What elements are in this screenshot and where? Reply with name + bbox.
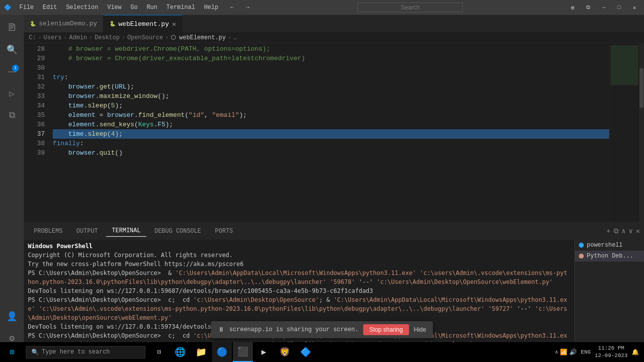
code-line-33: browser.maximize_window(); <box>53 91 609 101</box>
start-button[interactable]: ⊞ <box>0 342 24 362</box>
breadcrumb-admin[interactable]: Admin <box>69 34 87 41</box>
code-content[interactable]: # browser = webdriver.Chrome(PATH, optio… <box>49 43 609 222</box>
taskbar-tray: ∧ 📶 🔊 <box>555 349 577 356</box>
tab-icon-webelement: 🐍 <box>109 21 115 27</box>
activity-bar-bottom: 👤 ⚙ <box>3 307 21 347</box>
accounts-icon: 👤 <box>6 311 17 322</box>
menu-edit[interactable]: Edit <box>39 3 61 12</box>
nav-back[interactable]: ← <box>226 3 238 12</box>
line-num-38: 38 <box>24 139 45 148</box>
panel-tab-debug-console[interactable]: DEBUG CONSOLE <box>148 226 207 237</box>
sidebar-item-source-control[interactable]: ⸻ 1 <box>3 63 21 81</box>
sidebar-item-explorer[interactable]: 🖹 <box>3 19 21 37</box>
volume-icon[interactable]: 🔊 <box>569 349 577 356</box>
tab-close-webelement[interactable]: ✕ <box>172 20 176 28</box>
blue-app-icon: 🔷 <box>300 347 311 358</box>
taskbar-search-box[interactable]: 🔍 Type here to search <box>26 346 145 359</box>
taskbar-app-brave[interactable]: 🦁 <box>275 342 295 362</box>
code-editor[interactable]: 28 29 30 31 32 33 34 35 36 37 38 39 # br… <box>24 43 644 222</box>
menu-bar: File Edit Selection View Go Run Terminal… <box>15 3 222 12</box>
breadcrumb-symbol[interactable]: … <box>233 34 237 41</box>
close-button[interactable]: ✕ <box>629 2 640 13</box>
line-num-32: 32 <box>24 82 45 91</box>
python-taskbar-icon: ▶ <box>261 347 266 357</box>
app-icon: 🔷 <box>4 4 11 11</box>
breadcrumb-file[interactable]: ⬡ webElement.py <box>171 34 226 41</box>
taskbar-app-python[interactable]: ▶ <box>254 342 274 362</box>
code-line-36: element.send_keys(Keys.F5); <box>53 120 609 129</box>
taskbar-app-explorer[interactable]: 📁 <box>191 342 211 362</box>
panel-chevron-up-icon[interactable]: ∧ <box>622 227 626 235</box>
breadcrumb-desktop[interactable]: Desktop <box>95 34 119 41</box>
menu-run[interactable]: Run <box>143 3 162 12</box>
explorer-icon: 📁 <box>196 347 207 358</box>
split-terminal-icon[interactable]: ⧉ <box>614 227 619 235</box>
breadcrumb-users[interactable]: Users <box>44 34 62 41</box>
sharing-banner: ⏸ screenapp.io is sharing your screen. S… <box>211 321 433 338</box>
taskbar-app-vscode[interactable]: ⬛ <box>233 342 253 362</box>
breadcrumb-c[interactable]: C: <box>29 34 36 41</box>
stop-sharing-button[interactable]: Stop sharing <box>363 324 409 335</box>
panel-sidebar-powershell[interactable]: powershell <box>575 240 644 251</box>
sidebar-item-debug[interactable]: ▷ <box>3 85 21 102</box>
notifications-icon[interactable]: 🔔 <box>632 349 639 356</box>
editor-scrollbar[interactable] <box>639 43 644 222</box>
menu-go[interactable]: Go <box>126 3 141 12</box>
panel-close-icon[interactable]: ✕ <box>636 227 640 235</box>
tab-web-element[interactable]: 🐍 webElement.py ✕ <box>104 15 183 32</box>
maximize-button[interactable]: □ <box>614 2 625 13</box>
code-line-35: element = browser.find_element("id", "em… <box>53 110 609 120</box>
sidebar-item-search[interactable]: 🔍 <box>3 41 21 59</box>
layout-toggle[interactable]: ⊞ <box>567 2 579 13</box>
taskbar-language[interactable]: ENG <box>581 349 591 355</box>
global-search-input[interactable] <box>357 2 463 12</box>
panel-tab-terminal[interactable]: TERMINAL <box>106 225 147 237</box>
line-num-35: 35 <box>24 110 45 120</box>
taskbar-search-label: Type here to search <box>42 349 110 356</box>
terminal-line-2: Copyright (C) Microsoft Corporation. All… <box>28 251 570 260</box>
line-num-31: 31 <box>24 73 45 82</box>
minimize-button[interactable]: — <box>598 2 610 13</box>
split-editor[interactable]: ⧉ <box>582 2 594 13</box>
panel-tab-ports[interactable]: PORTS <box>209 226 239 237</box>
source-control-badge: 1 <box>12 65 19 72</box>
menu-view[interactable]: View <box>103 3 125 12</box>
panel-sidebar-python-debug[interactable]: Python Deb... <box>575 251 644 262</box>
add-terminal-icon[interactable]: + <box>606 227 610 235</box>
menu-help[interactable]: Help <box>200 3 222 12</box>
menu-terminal[interactable]: Terminal <box>162 3 199 12</box>
vscode-icon: ⬛ <box>237 346 248 357</box>
taskbar-app-chrome[interactable]: 🔵 <box>212 342 232 362</box>
panel-chevron-down-icon[interactable]: ∨ <box>629 227 633 235</box>
tab-selenium-demo[interactable]: 🐍 seleniumDemo.py <box>24 15 104 32</box>
panel-tab-problems[interactable]: PROBLEMS <box>28 226 69 237</box>
taskbar-app-edge[interactable]: 🌐 <box>170 342 190 362</box>
taskbar: ⊞ 🔍 Type here to search ⊟ 🌐 📁 🔵 ⬛ ▶ 🦁 🔷 … <box>0 342 644 362</box>
tab-label-webelement: webElement.py <box>118 20 169 28</box>
editor-area: 🐍 seleniumDemo.py 🐍 webElement.py ✕ C: ›… <box>24 15 644 351</box>
panel-tab-bar: PROBLEMS OUTPUT TERMINAL DEBUG CONSOLE P… <box>24 222 644 240</box>
line-num-37: 37 <box>24 129 45 139</box>
tray-up-icon[interactable]: ∧ <box>555 349 558 355</box>
breadcrumb-opensource[interactable]: OpenSource <box>127 34 163 41</box>
edge-icon: 🌐 <box>175 347 186 358</box>
scrollbar-thumb[interactable] <box>640 68 644 108</box>
taskbar-app-taskview[interactable]: ⊟ <box>149 342 169 362</box>
main-layout: 🖹 🔍 ⸻ 1 ▷ ⧉ 👤 ⚙ 🐍 seleni <box>0 15 644 351</box>
menu-selection[interactable]: Selection <box>62 3 103 12</box>
network-icon[interactable]: 📶 <box>560 349 567 356</box>
files-icon: 🖹 <box>7 22 17 34</box>
window-controls: ⊞ ⧉ — □ ✕ <box>567 2 640 13</box>
hide-sharing-button[interactable]: Hide <box>414 326 426 333</box>
nav-forward[interactable]: → <box>242 3 253 12</box>
sidebar-item-accounts[interactable]: 👤 <box>3 307 21 325</box>
panel-tab-output[interactable]: OUTPUT <box>71 226 104 237</box>
taskbar-datetime[interactable]: 11:26 PM 12-09-2023 <box>595 345 628 360</box>
breadcrumb: C: › Users › Admin › Desktop › OpenSourc… <box>24 32 644 43</box>
sidebar-item-extensions[interactable]: ⧉ <box>3 106 21 124</box>
line-num-28: 28 <box>24 44 45 54</box>
taskbar-app-blue[interactable]: 🔷 <box>296 342 316 362</box>
menu-file[interactable]: File <box>15 3 38 12</box>
code-line-32: browser.get(URL); <box>53 82 609 91</box>
code-line-29: # browser = Chrome(driver_executable_pat… <box>53 54 609 63</box>
